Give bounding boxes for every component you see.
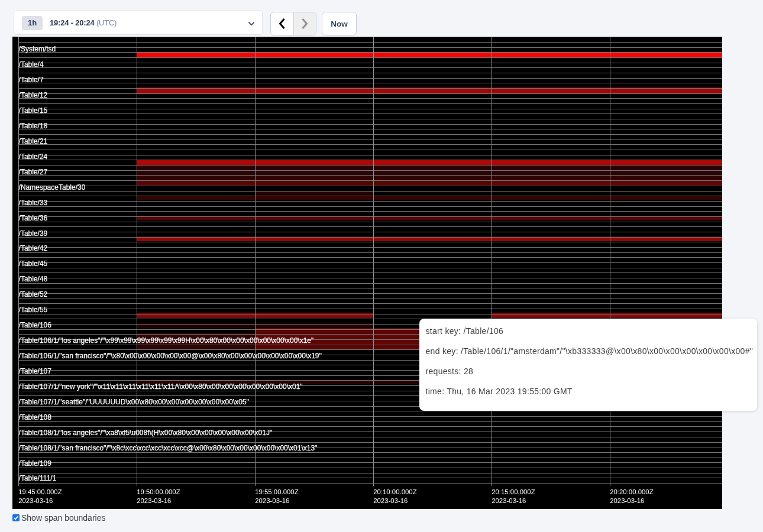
svg-text:19:45:00.000Z: 19:45:00.000Z [18,488,62,495]
svg-text:2023-03-16: 2023-03-16 [255,497,289,504]
svg-text:20:10:00.000Z: 20:10:00.000Z [373,488,417,495]
svg-text:/Table/15: /Table/15 [19,106,48,115]
svg-text:/Table/106: /Table/106 [19,321,52,329]
svg-text:20:20:00.000Z: 20:20:00.000Z [610,488,654,495]
svg-text:/Table/106/1/"san francisco"/": /Table/106/1/"san francisco"/"\x80\x00\x… [19,352,322,360]
svg-text:/Table/7: /Table/7 [19,76,44,84]
svg-text:/Table/42: /Table/42 [19,244,48,252]
svg-text:/Table/24: /Table/24 [19,152,48,160]
svg-text:/Table/55: /Table/55 [19,306,48,314]
svg-text:/NamespaceTable/30: /NamespaceTable/30 [19,183,86,191]
svg-text:/System/tsd: /System/tsd [19,45,56,53]
svg-text:/Table/33: /Table/33 [19,198,48,206]
svg-text:/Table/45: /Table/45 [19,259,48,268]
svg-text:2023-03-16: 2023-03-16 [610,497,644,504]
svg-text:19:50:00.000Z: 19:50:00.000Z [137,488,180,495]
svg-text:/Table/111/1: /Table/111/1 [19,474,57,482]
svg-text:/Table/107/1/"new york"/"\x11\: /Table/107/1/"new york"/"\x11\x11\x11\x1… [19,382,303,390]
svg-text:/Table/107/1/"seattle"/"UUUUUU: /Table/107/1/"seattle"/"UUUUUUD\x00\x80\… [19,397,249,406]
svg-text:2023-03-16: 2023-03-16 [492,497,526,504]
svg-text:/Table/106/1/"los angeles"/"\x: /Table/106/1/"los angeles"/"\x99\x99\x99… [19,336,314,345]
svg-text:2023-03-16: 2023-03-16 [373,497,408,504]
svg-text:/Table/107: /Table/107 [19,366,52,375]
svg-text:/Table/4: /Table/4 [19,60,44,69]
svg-text:/Table/52: /Table/52 [19,290,48,299]
svg-text:/Table/12: /Table/12 [19,91,48,99]
svg-text:19:55:00.000Z: 19:55:00.000Z [255,488,299,495]
svg-text:/Table/108: /Table/108 [19,413,52,421]
svg-text:/Table/21: /Table/21 [19,137,48,145]
svg-text:2023-03-16: 2023-03-16 [18,497,53,504]
svg-text:/Table/39: /Table/39 [19,229,48,237]
svg-text:/Table/18: /Table/18 [19,122,48,130]
svg-text:20:15:00.000Z: 20:15:00.000Z [492,488,535,495]
svg-text:/Table/48: /Table/48 [19,275,48,283]
svg-text:/Table/36: /Table/36 [19,213,48,222]
svg-text:/Table/108/1/"los angeles"/"\x: /Table/108/1/"los angeles"/"\xa8\xf5\u00… [19,428,273,436]
svg-text:/Table/27: /Table/27 [19,167,48,176]
svg-text:/Table/108/1/"san francisco"/": /Table/108/1/"san francisco"/"\x8c\xcc\x… [19,443,318,452]
svg-text:2023-03-16: 2023-03-16 [137,497,171,504]
svg-text:/Table/109: /Table/109 [19,459,52,467]
